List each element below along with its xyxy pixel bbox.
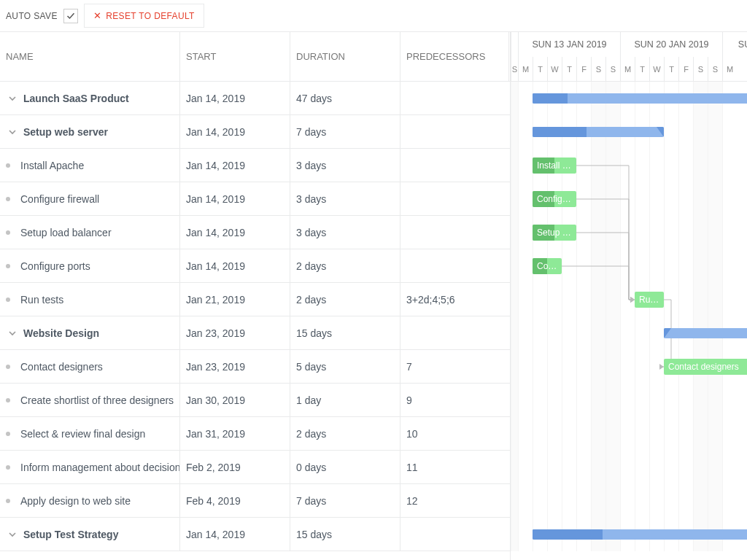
task-pred-cell[interactable] bbox=[400, 115, 509, 149]
table-row[interactable]: Website DesignJan 23, 201915 days bbox=[0, 316, 510, 350]
task-name-cell[interactable]: Select & review final design bbox=[0, 417, 180, 451]
task-duration-cell[interactable]: 15 days bbox=[290, 518, 400, 551]
table-row[interactable]: Run testsJan 21, 20192 days3+2d;4;5;6 bbox=[0, 283, 510, 316]
column-header-predecessors[interactable]: PREDECESSORS bbox=[400, 32, 509, 81]
task-start-cell[interactable]: Jan 14, 2019 bbox=[180, 182, 290, 216]
week-header[interactable]: SUN 13 JAN 2019 bbox=[518, 32, 620, 57]
task-duration-cell[interactable]: 2 days bbox=[290, 249, 400, 283]
table-row[interactable]: Configure portsJan 14, 20192 days bbox=[0, 249, 510, 283]
table-row[interactable]: Select & review final designJan 31, 2019… bbox=[0, 417, 510, 451]
task-pred-cell[interactable]: 7 bbox=[400, 350, 509, 384]
reset-to-default-button[interactable]: ✕ RESET TO DEFAULT bbox=[84, 4, 204, 28]
week-header[interactable]: SUN 20 JAN 2019 bbox=[620, 32, 722, 57]
task-bar[interactable]: Config… bbox=[533, 191, 576, 207]
task-start-cell[interactable]: Jan 23, 2019 bbox=[180, 350, 290, 384]
task-pred-cell[interactable]: 12 bbox=[400, 484, 509, 518]
autosave-checkbox[interactable] bbox=[63, 9, 78, 23]
task-name-cell[interactable]: Website Design bbox=[0, 316, 180, 350]
chevron-down-icon[interactable] bbox=[6, 528, 19, 541]
timeline[interactable]: SUN 13 JAN 2019SUN 20 JAN 2019SU SMTWTFS… bbox=[511, 32, 747, 560]
bullet-icon bbox=[6, 398, 10, 402]
task-name-cell[interactable]: Create shortlist of three designers bbox=[0, 384, 180, 417]
day-header: M bbox=[518, 57, 533, 82]
week-header[interactable]: SU bbox=[722, 32, 747, 57]
task-duration-cell[interactable]: 15 days bbox=[290, 316, 400, 350]
task-name-cell[interactable]: Install Apache bbox=[0, 149, 180, 182]
task-duration-cell[interactable]: 2 days bbox=[290, 417, 400, 451]
task-duration-cell[interactable]: 2 days bbox=[290, 283, 400, 316]
summary-bar[interactable] bbox=[533, 529, 747, 540]
column-header-start[interactable]: START bbox=[180, 32, 290, 81]
task-bar[interactable]: Install … bbox=[533, 158, 576, 174]
task-duration-cell[interactable]: 0 days bbox=[290, 451, 400, 484]
task-pred-cell[interactable]: 10 bbox=[400, 417, 509, 451]
task-start-cell[interactable]: Jan 14, 2019 bbox=[180, 149, 290, 182]
table-row[interactable]: Apply design to web siteFeb 4, 20197 day… bbox=[0, 484, 510, 518]
summary-bar[interactable] bbox=[664, 328, 747, 338]
task-name-cell[interactable]: Setup load balancer bbox=[0, 216, 180, 249]
task-start-cell[interactable]: Jan 14, 2019 bbox=[180, 249, 290, 283]
task-start-cell[interactable]: Jan 31, 2019 bbox=[180, 417, 290, 451]
task-name-cell[interactable]: Setup Test Strategy bbox=[0, 518, 180, 551]
task-pred-cell[interactable] bbox=[400, 316, 509, 350]
task-name-cell[interactable]: Launch SaaS Product bbox=[0, 82, 180, 115]
task-duration-cell[interactable]: 7 days bbox=[290, 484, 400, 518]
task-pred-cell[interactable]: 9 bbox=[400, 384, 509, 417]
task-pred-cell[interactable]: 11 bbox=[400, 451, 509, 484]
task-start-cell[interactable]: Feb 2, 2019 bbox=[180, 451, 290, 484]
table-row[interactable]: Create shortlist of three designersJan 3… bbox=[0, 384, 510, 417]
task-start-cell[interactable]: Jan 14, 2019 bbox=[180, 216, 290, 249]
task-bar[interactable]: Ru… bbox=[635, 292, 664, 308]
table-row[interactable]: Install ApacheJan 14, 20193 days bbox=[0, 149, 510, 182]
task-bar[interactable]: Contact designers bbox=[664, 359, 747, 375]
task-duration-cell[interactable]: 3 days bbox=[290, 216, 400, 249]
task-pred-cell[interactable] bbox=[400, 182, 509, 216]
column-header-duration[interactable]: DURATION bbox=[290, 32, 400, 81]
table-row[interactable]: Configure firewallJan 14, 20193 days bbox=[0, 182, 510, 216]
table-row[interactable]: Setup web serverJan 14, 20197 days bbox=[0, 115, 510, 149]
task-start-cell[interactable]: Jan 14, 2019 bbox=[180, 82, 290, 115]
task-duration-cell[interactable]: 1 day bbox=[290, 384, 400, 417]
chevron-down-icon[interactable] bbox=[6, 327, 19, 340]
bullet-icon bbox=[6, 465, 10, 470]
task-duration-cell[interactable]: 5 days bbox=[290, 350, 400, 384]
task-name-cell[interactable]: Configure ports bbox=[0, 249, 180, 283]
summary-bar[interactable] bbox=[533, 93, 747, 104]
progress-indicator bbox=[533, 93, 568, 104]
task-duration-cell[interactable]: 47 days bbox=[290, 82, 400, 115]
task-name-cell[interactable]: Run tests bbox=[0, 283, 180, 316]
task-pred-cell[interactable] bbox=[400, 216, 509, 249]
task-start-cell[interactable]: Jan 30, 2019 bbox=[180, 384, 290, 417]
chevron-down-icon[interactable] bbox=[6, 125, 19, 139]
task-pred-cell[interactable]: 3+2d;4;5;6 bbox=[400, 283, 509, 316]
task-start-cell[interactable]: Jan 23, 2019 bbox=[180, 316, 290, 350]
task-start-cell[interactable]: Jan 21, 2019 bbox=[180, 283, 290, 316]
task-name-cell[interactable]: Setup web server bbox=[0, 115, 180, 149]
task-bar[interactable]: Setup … bbox=[533, 225, 576, 241]
task-start-cell[interactable]: Jan 14, 2019 bbox=[180, 518, 290, 551]
task-duration-cell[interactable]: 3 days bbox=[290, 182, 400, 216]
task-start-cell[interactable]: Jan 14, 2019 bbox=[180, 115, 290, 149]
task-pred-cell[interactable] bbox=[400, 249, 509, 283]
task-pred-cell[interactable] bbox=[400, 82, 509, 115]
task-bar[interactable]: Co… bbox=[533, 258, 562, 274]
task-name-cell[interactable]: Apply design to web site bbox=[0, 484, 180, 518]
column-header-name[interactable]: NAME bbox=[0, 32, 180, 81]
task-pred-cell[interactable] bbox=[400, 518, 509, 551]
table-row[interactable]: Contact designersJan 23, 20195 days7 bbox=[0, 350, 510, 384]
table-row[interactable]: Setup load balancerJan 14, 20193 days bbox=[0, 216, 510, 249]
task-pred-cell[interactable] bbox=[400, 149, 509, 182]
day-header: S bbox=[693, 57, 708, 82]
task-duration-cell[interactable]: 3 days bbox=[290, 149, 400, 182]
task-start-cell[interactable]: Feb 4, 2019 bbox=[180, 484, 290, 518]
task-name-cell[interactable]: Configure firewall bbox=[0, 182, 180, 216]
table-row[interactable]: Launch SaaS ProductJan 14, 201947 days bbox=[0, 82, 510, 115]
chevron-down-icon[interactable] bbox=[6, 92, 19, 105]
summary-bar[interactable] bbox=[533, 127, 664, 137]
table-row[interactable]: Setup Test StrategyJan 14, 201915 days bbox=[0, 518, 510, 551]
task-duration-cell[interactable]: 7 days bbox=[290, 115, 400, 149]
task-name-cell[interactable]: Contact designers bbox=[0, 350, 180, 384]
task-name-cell[interactable]: Inform management about decision bbox=[0, 451, 180, 484]
table-row[interactable]: Inform management about decisionFeb 2, 2… bbox=[0, 451, 510, 484]
timeline-row bbox=[511, 384, 747, 417]
